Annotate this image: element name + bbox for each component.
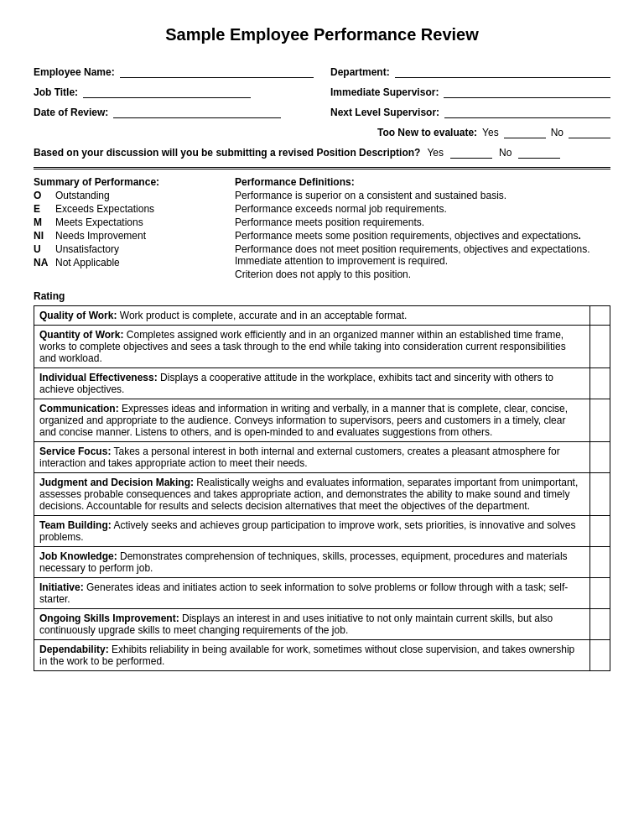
table-row: Quality of Work: Work product is complet… [34,306,610,326]
code-O: O [34,190,50,201]
def-row-NI: Performance meets some position requirem… [235,230,610,242]
summary-row-E: E Exceeds Expectations [34,203,218,215]
quality-of-work-score[interactable] [590,306,610,326]
form-row-1: Employee Name: Department: [34,65,610,78]
individual-effectiveness-score[interactable] [590,368,610,399]
rating-label: Rating [34,290,610,302]
quality-of-work-cell: Quality of Work: Work product is complet… [34,306,590,326]
table-row: Individual Effectiveness: Displays a coo… [34,368,610,399]
date-of-review-field[interactable] [113,105,281,118]
summary-row-M: M Meets Expectations [34,216,218,228]
initiative-cell: Initiative: Generates ideas and initiate… [34,578,590,609]
job-knowledge-score[interactable] [590,547,610,578]
summary-right: Performance Definitions: Performance is … [235,176,610,282]
rating-table: Quality of Work: Work product is complet… [34,305,610,671]
name-NI: Needs Improvement [55,230,164,242]
service-focus-cell: Service Focus: Takes a personal interest… [34,442,590,473]
table-row: Dependability: Exhibits reliability in b… [34,640,610,671]
department-field[interactable] [395,65,610,78]
communication-cell: Communication: Expresses ideas and infor… [34,399,590,442]
service-focus-score[interactable] [590,442,610,473]
employee-name-label: Employee Name: [34,66,115,78]
summary-row-O: O Outstanding [34,190,218,201]
name-U: Unsatisfactory [55,243,164,255]
summary-left: Summary of Performance: O Outstanding E … [34,176,218,282]
date-of-review-group: Date of Review: [34,105,314,118]
table-row: Judgment and Decision Making: Realistica… [34,473,610,516]
employee-name-group: Employee Name: [34,65,314,78]
dependability-score[interactable] [590,640,610,671]
revised-yes-label: Yes [427,147,444,159]
def-row-U: Performance does not meet position requi… [235,243,610,267]
too-new-yes-field[interactable] [504,125,546,138]
code-E: E [34,203,50,215]
name-M: Meets Expectations [55,216,164,228]
date-of-review-label: Date of Review: [34,107,108,118]
department-label: Department: [330,66,390,78]
job-title-field[interactable] [83,85,251,98]
form-row-2: Job Title: Immediate Supervisor: [34,85,610,98]
next-level-supervisor-label: Next Level Supervisor: [330,107,439,118]
name-NA: Not Applicable [55,257,164,268]
table-row: Quantity of Work: Completes assigned wor… [34,326,610,368]
immediate-supervisor-label: Immediate Supervisor: [330,86,439,98]
form-row-4: Too New to evaluate: Yes No [34,125,610,138]
ongoing-skills-cell: Ongoing Skills Improvement: Displays an … [34,609,590,640]
dependability-cell: Dependability: Exhibits reliability in b… [34,640,590,671]
summary-row-NI: NI Needs Improvement [34,230,218,242]
team-building-cell: Team Building: Actively seeks and achiev… [34,516,590,547]
table-row: Team Building: Actively seeks and achiev… [34,516,610,547]
communication-score[interactable] [590,399,610,442]
too-new-label: Too New to evaluate: [377,127,477,138]
revised-no-field[interactable] [518,145,560,159]
judgment-score[interactable] [590,473,610,516]
revised-position-question: Based on your discussion will you be sub… [34,147,420,159]
table-row: Job Knowledge: Demonstrates comprehensio… [34,547,610,578]
too-new-yes-label: Yes [482,127,499,138]
employee-name-field[interactable] [120,65,314,78]
quantity-of-work-score[interactable] [590,326,610,368]
individual-effectiveness-cell: Individual Effectiveness: Displays a coo… [34,368,590,399]
revised-yes-field[interactable] [450,145,492,159]
next-level-supervisor-field[interactable] [444,105,610,118]
revised-no-label: No [499,147,512,159]
table-row: Ongoing Skills Improvement: Displays an … [34,609,610,640]
def-row-O: Performance is superior on a consistent … [235,190,610,201]
summary-row-U: U Unsatisfactory [34,243,218,255]
job-title-group: Job Title: [34,85,314,98]
name-O: Outstanding [55,190,164,201]
def-row-E: Performance exceeds normal job requireme… [235,203,610,215]
immediate-supervisor-field[interactable] [444,85,610,98]
table-row: Initiative: Generates ideas and initiate… [34,578,610,609]
summary-section: Summary of Performance: O Outstanding E … [34,176,610,282]
ongoing-skills-score[interactable] [590,609,610,640]
divider [34,167,610,169]
too-new-no-label: No [551,127,564,138]
too-new-group: Too New to evaluate: Yes No [377,125,610,138]
table-row: Service Focus: Takes a personal interest… [34,442,610,473]
next-level-supervisor-group: Next Level Supervisor: [330,105,610,118]
form-row-5: Based on your discussion will you be sub… [34,145,610,159]
job-knowledge-cell: Job Knowledge: Demonstrates comprehensio… [34,547,590,578]
name-E: Exceeds Expectations [55,203,164,215]
code-M: M [34,216,50,228]
code-U: U [34,243,50,255]
code-NA: NA [34,257,50,268]
rating-section: Rating Quality of Work: Work product is … [34,290,610,671]
initiative-score[interactable] [590,578,610,609]
definitions-title: Performance Definitions: [235,176,610,188]
code-NI: NI [34,230,50,242]
table-row: Communication: Expresses ideas and infor… [34,399,610,442]
summary-title: Summary of Performance: [34,176,218,188]
page-title: Sample Employee Performance Review [34,25,610,44]
summary-row-NA: NA Not Applicable [34,257,218,268]
def-row-M: Performance meets position requirements. [235,216,610,228]
job-title-label: Job Title: [34,86,78,98]
form-row-3: Date of Review: Next Level Supervisor: [34,105,610,118]
too-new-no-field[interactable] [569,125,610,138]
immediate-supervisor-group: Immediate Supervisor: [330,85,610,98]
department-group: Department: [330,65,610,78]
team-building-score[interactable] [590,516,610,547]
quantity-of-work-cell: Quantity of Work: Completes assigned wor… [34,326,590,368]
judgment-cell: Judgment and Decision Making: Realistica… [34,473,590,516]
